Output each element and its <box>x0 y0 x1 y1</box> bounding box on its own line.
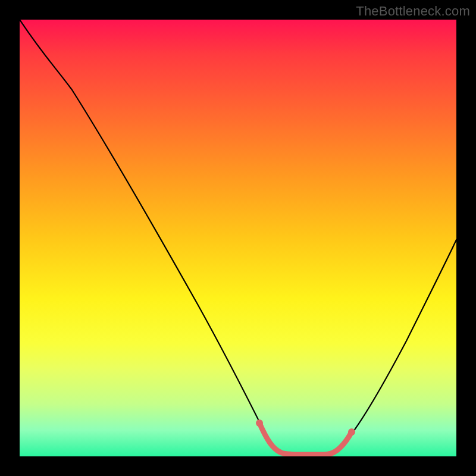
watermark-text: TheBottleneck.com <box>356 4 470 19</box>
highlight-end-dot <box>348 428 355 436</box>
bottleneck-highlight-segment <box>259 423 352 455</box>
highlight-start-dot <box>256 419 263 427</box>
bottleneck-curve-svg <box>20 20 456 456</box>
chart-plot-area <box>20 20 456 456</box>
bottleneck-curve-path <box>20 20 456 455</box>
